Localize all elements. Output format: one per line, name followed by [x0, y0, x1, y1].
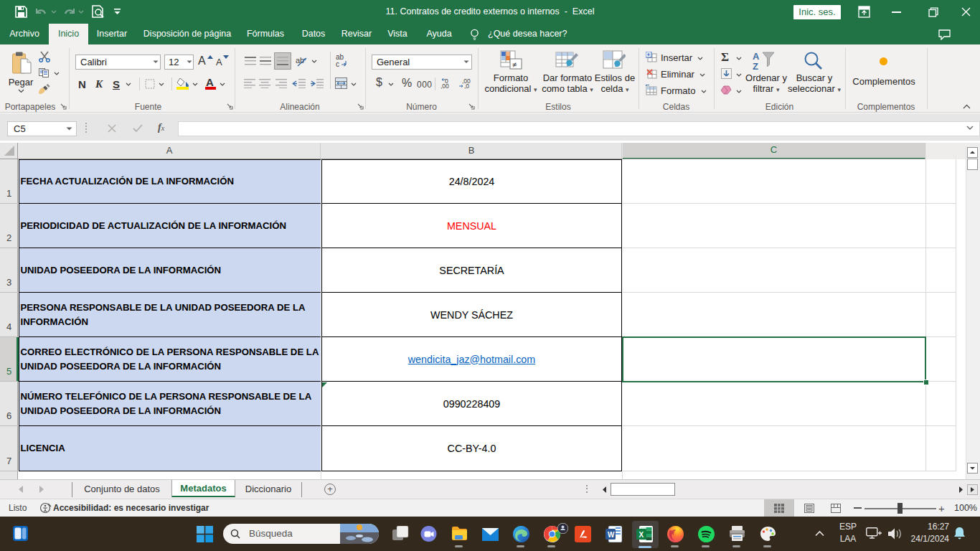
svg-text:Z: Z	[753, 61, 758, 71]
svg-text:X: X	[639, 531, 644, 539]
svg-text:c: c	[336, 60, 339, 68]
svg-text:A: A	[753, 51, 760, 62]
svg-text:,00: ,00	[440, 83, 449, 89]
svg-text:≠: ≠	[512, 60, 517, 69]
svg-text:,0: ,0	[464, 83, 469, 89]
svg-text:W: W	[608, 531, 615, 539]
